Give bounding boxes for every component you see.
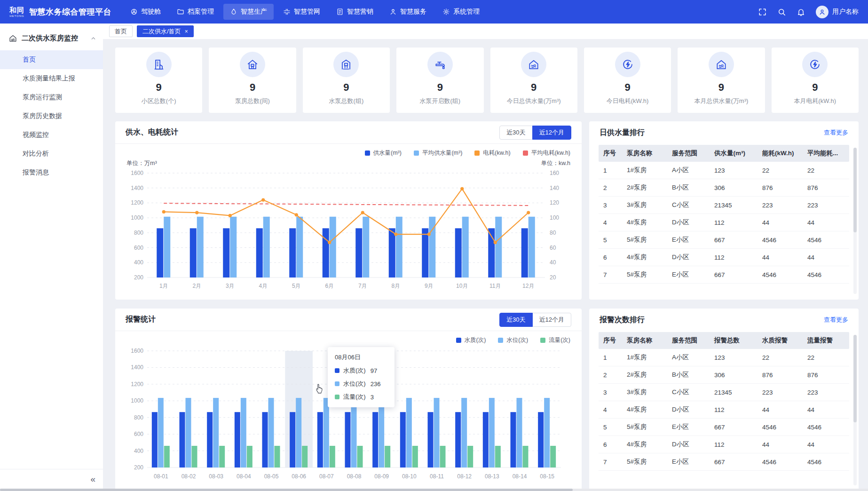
table-row: 22#泵房B小区306876876	[599, 366, 849, 384]
bolt-icon	[802, 52, 828, 77]
svg-text:600: 600	[134, 431, 143, 437]
svg-text:140: 140	[550, 185, 559, 191]
svg-text:1200: 1200	[131, 199, 143, 206]
table-cell: B小区	[667, 183, 710, 192]
stat-value: 9	[718, 81, 724, 94]
chevron-up-icon[interactable]	[90, 35, 96, 41]
sidebar-group-header[interactable]: 二次供水泵房监控	[0, 24, 103, 50]
range-button-1[interactable]: 近12个月	[532, 313, 571, 327]
svg-text:7月: 7月	[358, 283, 367, 289]
table-cell: E小区	[667, 458, 710, 466]
legend-item-2[interactable]: 流量(次)	[540, 336, 570, 344]
nav-item-gear[interactable]: 系统管理	[436, 4, 486, 20]
nav-item-folder[interactable]: 档案管理	[170, 4, 221, 20]
scrollbar-thumb[interactable]	[853, 148, 857, 232]
scrollbar-thumb[interactable]	[853, 335, 857, 422]
column-header: 流量报警	[803, 336, 849, 345]
sidebar-item-label: 首页	[23, 55, 36, 64]
svg-text:08-08: 08-08	[347, 473, 362, 480]
sidebar-item-4[interactable]: 视频监控	[0, 126, 103, 144]
svg-text:1400: 1400	[131, 364, 143, 371]
alarm-count-table: 序号泵房名称服务范围报警总数水质报警流量报警11#泵房A小区123222222#…	[599, 332, 849, 471]
nav-item-receipt[interactable]: 智慧营销	[330, 4, 380, 20]
chart-title: 供水、电耗统计	[126, 127, 178, 137]
svg-text:600: 600	[134, 245, 143, 251]
tooltip-row-0: 水质(次)97	[335, 366, 387, 375]
svg-text:08-13: 08-13	[485, 473, 499, 480]
scrollbar-thumb[interactable]	[0, 489, 573, 491]
svg-text:60: 60	[550, 245, 556, 251]
svg-text:1600: 1600	[131, 170, 143, 176]
table-row: 64#泵房D小区1124444	[599, 436, 849, 453]
table-cell: 306	[710, 184, 758, 191]
stat-label: 本月总供水量(万m³)	[694, 97, 749, 105]
table-cell: 21345	[710, 389, 758, 396]
sidebar-item-0[interactable]: 首页	[0, 50, 103, 69]
close-icon[interactable]: ×	[185, 29, 188, 34]
legend-item-3[interactable]: 平均电耗(kw.h)	[523, 149, 570, 157]
range-button-0[interactable]: 近30天	[499, 126, 532, 140]
view-more-link[interactable]: 查看更多	[824, 316, 848, 324]
table-row: 55#泵房E小区66745464546	[599, 419, 849, 436]
legend-item-0[interactable]: 水质(次)	[456, 336, 486, 344]
range-button-0[interactable]: 近30天	[499, 313, 532, 327]
table-cell: 876	[803, 372, 849, 379]
legend-swatch	[540, 338, 545, 343]
nav-item-service[interactable]: 智慧服务	[383, 4, 433, 20]
svg-text:100: 100	[550, 214, 559, 221]
table-cell: 2	[599, 184, 622, 191]
legend-label: 水质(次)	[465, 336, 486, 344]
view-more-link[interactable]: 查看更多	[824, 128, 848, 137]
legend-swatch	[474, 150, 480, 156]
chart-legend: 水质(次)水位(次)流量(次)	[115, 331, 582, 344]
legend-item-2[interactable]: 电耗(kw.h)	[474, 149, 510, 157]
legend-item-0[interactable]: 供水量(m³)	[365, 149, 402, 157]
sidebar-item-1[interactable]: 水质测量结果上报	[0, 69, 103, 88]
range-button-1[interactable]: 近12个月	[532, 126, 571, 140]
nav-item-pipes[interactable]: 智慧管网	[276, 4, 327, 20]
table-cell: 2#泵房	[622, 183, 667, 192]
fullscreen-icon[interactable]	[758, 8, 767, 16]
legend-swatch	[498, 338, 503, 343]
legend-swatch	[456, 338, 461, 343]
nav-item-drop[interactable]: 智慧生产	[223, 4, 274, 20]
table-cell: E小区	[667, 270, 710, 279]
tooltip-swatch	[335, 381, 339, 386]
stat-label: 今日电耗(kW.h)	[607, 97, 649, 105]
tooltip-series-value: 97	[371, 367, 377, 374]
table-row: 75#泵房E小区66745464546	[599, 266, 849, 284]
sidebar-item-3[interactable]: 泵房历史数据	[0, 107, 103, 126]
table-cell: 667	[710, 459, 758, 466]
svg-text:08-11: 08-11	[430, 473, 444, 480]
legend-label: 电耗(kw.h)	[483, 149, 510, 157]
table-cell: 22	[758, 354, 803, 361]
table-cell: 306	[710, 372, 758, 379]
sidebar-item-2[interactable]: 泵房运行监测	[0, 88, 103, 107]
bell-icon[interactable]	[797, 8, 805, 16]
sidebar-item-5[interactable]: 对比分析	[0, 144, 103, 163]
stat-label: 水泵开启数(组)	[419, 97, 460, 105]
tab-0[interactable]: 首页	[109, 25, 133, 37]
svg-text:08-02: 08-02	[181, 473, 196, 480]
sidebar-item-6[interactable]: 报警消息	[0, 163, 103, 182]
svg-text:40: 40	[550, 259, 556, 266]
legend-item-1[interactable]: 水位(次)	[498, 336, 528, 344]
svg-text:8月: 8月	[391, 283, 400, 289]
svg-text:5月: 5月	[292, 283, 301, 289]
stat-card-2: 9水泵总数(组)	[303, 48, 390, 113]
table-cell: 3#泵房	[622, 201, 667, 209]
supply-power-chart[interactable]: 2002040040600608008010001001200120140014…	[126, 168, 571, 292]
stat-value: 9	[156, 81, 162, 94]
tab-1[interactable]: 二次供水/首页×	[137, 25, 194, 37]
table-cell: 112	[710, 406, 758, 413]
user-menu[interactable]: 用户名称	[816, 6, 859, 18]
svg-text:2月: 2月	[192, 283, 201, 289]
search-icon[interactable]	[777, 8, 786, 16]
column-header: 能耗(kW.h)	[758, 149, 803, 158]
sidebar-collapse-button[interactable]: «	[0, 469, 103, 489]
sidebar-item-label: 泵房运行监测	[23, 93, 62, 102]
legend-label: 平均电耗(kw.h)	[531, 149, 570, 157]
table-row: 44#泵房D小区1124444	[599, 401, 849, 419]
nav-item-steering[interactable]: 驾驶舱	[124, 4, 167, 20]
legend-item-1[interactable]: 平均供水量(m³)	[414, 149, 462, 157]
